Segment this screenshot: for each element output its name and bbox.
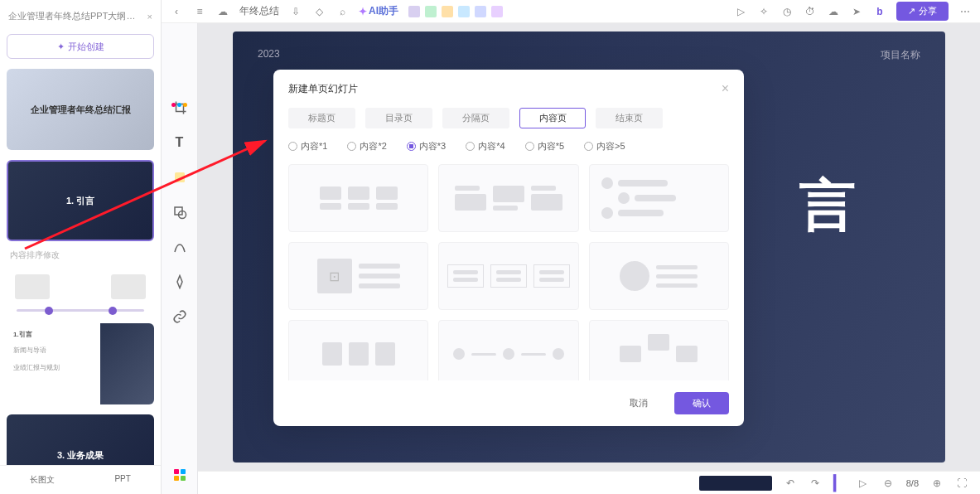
- slider-handle-right[interactable]: [109, 307, 117, 315]
- logo-icon[interactable]: b: [873, 5, 886, 18]
- chip-2[interactable]: [425, 6, 437, 17]
- modal-tab-title[interactable]: 标题页: [288, 108, 355, 128]
- new-create-button[interactable]: ✦ 开始创建: [7, 34, 154, 59]
- modal-close-icon[interactable]: ×: [722, 81, 729, 96]
- more-icon[interactable]: ⋯: [958, 5, 972, 18]
- left-panel-bottom-tabs: 长图文 PPT: [0, 465, 161, 494]
- tool-rail: T: [162, 0, 198, 494]
- document-title: 企业管理者年终总结PPT大纲…: [8, 10, 135, 22]
- slide-heading: 言: [799, 168, 862, 244]
- slide-thumbnail-2[interactable]: 1. 引言: [7, 160, 154, 241]
- template-grid: ⊡: [288, 164, 729, 380]
- chip-5[interactable]: [475, 6, 486, 17]
- back-icon[interactable]: ‹: [170, 5, 183, 18]
- palette-icon[interactable]: [171, 103, 187, 107]
- template-option-6[interactable]: [589, 242, 729, 310]
- modal-radio-row: 内容*1 内容*2 内容*3 内容*4 内容*5 内容>5: [288, 140, 729, 153]
- cloud-icon[interactable]: ☁: [216, 5, 229, 18]
- page-indicator: 8/8: [906, 478, 919, 488]
- link-icon[interactable]: [171, 308, 188, 325]
- slider-handle-left[interactable]: [45, 307, 53, 315]
- radio-content-4[interactable]: 内容*4: [466, 140, 504, 153]
- curve-icon[interactable]: [171, 239, 188, 255]
- doc-name: 年终总结: [239, 4, 279, 18]
- document-title-bar: 企业管理者年终总结PPT大纲… ×: [7, 7, 154, 26]
- radio-content-5[interactable]: 内容*5: [525, 140, 564, 153]
- template-option-4[interactable]: ⊡: [288, 242, 428, 310]
- zoom-in-icon[interactable]: ⊕: [930, 477, 944, 490]
- modal-tab-end[interactable]: 结束页: [596, 108, 663, 128]
- theme-color-chips: [408, 6, 503, 17]
- cursor-icon[interactable]: ▎: [833, 474, 845, 492]
- crop-icon[interactable]: [171, 99, 188, 116]
- timer-icon[interactable]: ⏱: [804, 5, 817, 18]
- play-icon[interactable]: ▷: [734, 5, 747, 18]
- slide-3-image-area: [100, 323, 154, 404]
- menu-icon[interactable]: ≡: [193, 5, 206, 18]
- chip-1[interactable]: [408, 6, 420, 17]
- slide-3-text-area: 1.引言 新闻与导语 业绩汇报与规划: [7, 323, 100, 404]
- download-icon[interactable]: ⇩: [289, 5, 302, 18]
- close-icon[interactable]: ×: [147, 12, 152, 22]
- layout-small-thumbs: [7, 274, 154, 299]
- redo-icon[interactable]: ↷: [809, 477, 822, 490]
- tag-icon[interactable]: ◇: [312, 5, 326, 18]
- modal-tab-divider[interactable]: 分隔页: [442, 108, 509, 128]
- section-label: 内容排序修改: [7, 241, 154, 263]
- template-option-5[interactable]: [438, 242, 578, 310]
- radio-content-gt5[interactable]: 内容>5: [584, 140, 625, 153]
- svg-rect-0: [175, 172, 185, 182]
- history-icon[interactable]: ◷: [780, 5, 794, 18]
- effects-icon[interactable]: ✧: [757, 5, 770, 18]
- color-grid-icon[interactable]: [174, 469, 186, 481]
- note-icon[interactable]: [171, 169, 188, 186]
- shape-icon[interactable]: [171, 204, 188, 220]
- send-icon[interactable]: ➤: [850, 5, 863, 18]
- modal-tab-content[interactable]: 内容页: [519, 108, 586, 128]
- fullscreen-icon[interactable]: ⛶: [955, 477, 968, 490]
- present-icon[interactable]: ▷: [857, 477, 870, 490]
- sparkle-icon: ✦: [57, 41, 65, 52]
- cloud-save-icon[interactable]: ☁: [827, 5, 840, 18]
- bottom-status-bar: ↶ ↷ ▎ ▷ ⊖ 8/8 ⊕ ⛶: [198, 471, 980, 494]
- search-icon[interactable]: ⌕: [336, 5, 349, 18]
- slide-2-title: 1. 引言: [66, 195, 94, 207]
- mini-slide-preview[interactable]: [699, 476, 772, 491]
- slide-thumbnail-3[interactable]: 1.引言 新闻与导语 业绩汇报与规划: [7, 323, 154, 404]
- ai-helper-button[interactable]: ✦ AI助手: [359, 4, 398, 18]
- share-icon: ↗: [908, 6, 915, 17]
- range-slider[interactable]: [17, 309, 144, 312]
- layout-option-2[interactable]: [111, 274, 146, 299]
- chip-6[interactable]: [491, 6, 503, 17]
- slide-1-title: 企业管理者年终总结汇报: [31, 104, 131, 116]
- slide-4-title: 3. 业务成果: [57, 449, 104, 462]
- slide-year: 2023: [258, 48, 280, 60]
- template-option-1[interactable]: [288, 164, 428, 232]
- template-option-2[interactable]: [438, 164, 578, 232]
- zoom-out-icon[interactable]: ⊖: [881, 477, 895, 490]
- template-option-7[interactable]: [288, 320, 428, 380]
- ai-sparkle-icon: ✦: [359, 6, 367, 17]
- confirm-button[interactable]: 确认: [674, 392, 729, 414]
- template-option-9[interactable]: [589, 320, 729, 380]
- template-option-3[interactable]: [589, 164, 729, 232]
- modal-tab-toc[interactable]: 目录页: [365, 108, 432, 128]
- chip-4[interactable]: [458, 6, 470, 17]
- radio-content-2[interactable]: 内容*2: [347, 140, 386, 153]
- pen-icon[interactable]: [171, 274, 188, 290]
- new-slide-modal: 新建单页幻灯片 × 标题页 目录页 分隔页 内容页 结束页 内容*1 内容*2 …: [273, 70, 744, 426]
- template-option-8[interactable]: [438, 320, 578, 380]
- radio-content-3[interactable]: 内容*3: [407, 140, 446, 153]
- modal-footer: 取消 确认: [288, 380, 729, 414]
- chip-3[interactable]: [442, 6, 453, 17]
- slide-thumbnail-1[interactable]: 企业管理者年终总结汇报: [7, 69, 154, 150]
- layout-option-1[interactable]: [15, 274, 50, 299]
- share-button[interactable]: ↗ 分享: [896, 2, 949, 21]
- text-icon[interactable]: T: [171, 134, 188, 151]
- undo-icon[interactable]: ↶: [784, 477, 797, 490]
- cancel-button[interactable]: 取消: [611, 392, 666, 414]
- tab-longform[interactable]: 长图文: [30, 474, 55, 486]
- radio-content-1[interactable]: 内容*1: [288, 140, 327, 153]
- slide-outline-panel: 企业管理者年终总结PPT大纲… × ✦ 开始创建 企业管理者年终总结汇报 1. …: [0, 0, 162, 494]
- tab-ppt[interactable]: PPT: [114, 474, 130, 486]
